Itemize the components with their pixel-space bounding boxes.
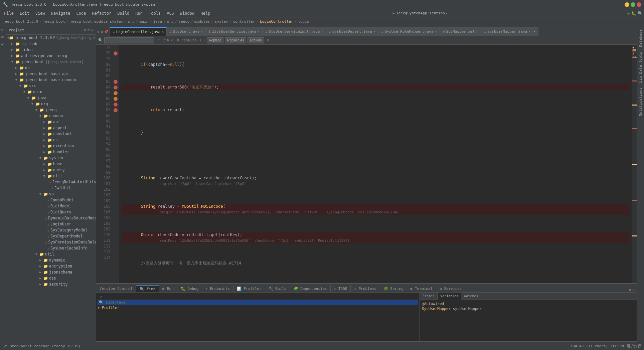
- notifications-tool[interactable]: Notifications: [638, 85, 643, 118]
- tab-logincontroller-close[interactable]: ×: [162, 30, 164, 34]
- tab-version-control[interactable]: Version Control: [96, 285, 136, 292]
- search-everywhere-btn[interactable]: 🔍: [638, 11, 643, 16]
- tree-root[interactable]: ▼ 📁 jeecg-boot-2.3.0 E:\jeecg-boot\jeecg…: [6, 35, 96, 41]
- tree-main[interactable]: ▼ 📁 main: [6, 89, 96, 95]
- exclude-button[interactable]: Exclude: [248, 37, 264, 43]
- tree-util-system[interactable]: ▼ 📁 util: [6, 173, 96, 179]
- tree-oss[interactable]: ▶ 📁 oss: [6, 275, 96, 281]
- search-regex-icon[interactable]: .*: [156, 38, 160, 42]
- structure-icon[interactable]: S: [1, 33, 5, 41]
- tree-src[interactable]: ▼ 📁 src: [6, 83, 96, 89]
- breakpoint-86[interactable]: [112, 90, 119, 96]
- panel-close-icon[interactable]: ×: [632, 288, 635, 292]
- tab-spring[interactable]: 🌿 Spring: [380, 285, 407, 292]
- module-nav-item[interactable]: jeecg-boot: [43, 19, 65, 24]
- tab-endpoints[interactable]: ⚡ Endpoints: [202, 285, 233, 292]
- tree-org[interactable]: ▼ 📁 org: [6, 101, 96, 107]
- menu-code[interactable]: Code: [74, 10, 89, 16]
- tab-pin-icon[interactable]: 📌: [104, 30, 108, 33]
- breakpoint-84[interactable]: [112, 84, 119, 90]
- tree-basecommon[interactable]: ▼ 📁 jeecg-boot-base-common: [6, 77, 96, 83]
- tree-combomodel[interactable]: ▶ ☕ ComboModel: [6, 197, 96, 203]
- breakpoint-83[interactable]: [112, 79, 119, 84]
- tree-loginuser[interactable]: ▶ ☕ LoginUser: [6, 221, 96, 227]
- panel-settings-icon[interactable]: ⚙: [629, 288, 631, 292]
- search-close-icon[interactable]: ×: [171, 38, 173, 42]
- bc-main[interactable]: main: [140, 19, 149, 24]
- database-tool[interactable]: Database: [638, 27, 643, 49]
- tree-security[interactable]: ▶ 📁 security: [6, 281, 96, 287]
- tree-system[interactable]: ▼ 📁 system: [6, 155, 96, 161]
- code-content[interactable]: if(captcha==null){ result.error500("验证码无…: [119, 45, 632, 283]
- tree-dictquery[interactable]: ▶ ☕ DictQuery: [6, 209, 96, 215]
- tab-sysuserrolemapper-close[interactable]: ×: [435, 30, 437, 33]
- tab-sysuserdepart[interactable]: ☕ SysUserDepart.java ×: [326, 27, 378, 36]
- replace-button[interactable]: Replace: [207, 37, 224, 43]
- tree-syscategorymodel[interactable]: ▶ ☕ SysCategoryModel: [6, 227, 96, 233]
- run-dropdown[interactable]: ▾: [446, 11, 448, 15]
- tab-isysuserservice-close[interactable]: ×: [258, 30, 260, 33]
- bc-login[interactable]: login: [298, 19, 309, 24]
- menu-tools[interactable]: Tools: [146, 10, 163, 16]
- search-word-icon[interactable]: W: [167, 38, 170, 42]
- tree-dictmodel[interactable]: ▶ ☕ DictModel: [6, 203, 96, 209]
- menu-edit[interactable]: Edit: [17, 10, 32, 16]
- tab-sysuserdepart-close[interactable]: ×: [373, 30, 375, 33]
- tree-jwtutil[interactable]: ▶ ☕ JwtUtil: [6, 185, 96, 191]
- breakpoint-103[interactable]: [112, 102, 119, 107]
- tree-baseapi[interactable]: ▶ 📁 jeecg-boot-base-api: [6, 71, 96, 77]
- tree-base[interactable]: ▶ 📁 base: [6, 161, 96, 167]
- tree-dynamic[interactable]: ▶ 📁 dynamic: [6, 257, 96, 263]
- find-close-icon[interactable]: ×: [100, 295, 103, 299]
- sidebar-close-icon[interactable]: ×: [91, 28, 93, 32]
- tree-encryption[interactable]: ▶ 📁 encryption: [6, 263, 96, 269]
- tab-services[interactable]: ⚙ Services: [436, 285, 465, 292]
- menu-run[interactable]: Run: [133, 10, 145, 16]
- tree-antdesign[interactable]: ▶ 📁 ant-design-vue-jeecg: [6, 53, 96, 59]
- bc-java[interactable]: java: [153, 19, 162, 24]
- minimize-button[interactable]: [625, 2, 629, 7]
- debug-tab-frames[interactable]: Frames: [420, 293, 438, 300]
- tab-debug[interactable]: 🐛 Debug: [177, 285, 202, 292]
- find-item-1[interactable]: 🔍 Interface: [98, 300, 418, 305]
- debug-btn[interactable]: 🐛: [631, 11, 636, 16]
- tab-build[interactable]: 🔨 Build: [265, 285, 290, 292]
- tab-isysuserservice[interactable]: I ISysUserService.java ×: [206, 27, 263, 36]
- tab-split-icon[interactable]: ⊞: [101, 30, 103, 33]
- breakpoint-78[interactable]: [112, 50, 119, 56]
- sidebar-settings-icon[interactable]: ⚙: [84, 28, 86, 32]
- search-case-icon[interactable]: Cc: [161, 38, 166, 42]
- tab-more-icon[interactable]: ▾: [533, 29, 535, 34]
- tab-problems[interactable]: ⚠ Problems: [351, 285, 380, 292]
- module2-nav-item[interactable]: jeecg-boot-module-system: [70, 19, 123, 24]
- bc-jeecg[interactable]: jeecg: [178, 19, 189, 24]
- tree-github[interactable]: ▶ 📁 .github: [6, 41, 96, 47]
- tree-sysusercacheinfo[interactable]: ▶ ☕ SysUserCacheInfo: [6, 245, 96, 251]
- tree-common[interactable]: ▼ 📁 common: [6, 113, 96, 119]
- tree-sysdepartmodel[interactable]: ▶ ☕ SysDepartModel: [6, 233, 96, 239]
- encoding-indicator[interactable]: LFCSDN: [611, 344, 624, 348]
- tab-find[interactable]: 🔍 Find: [136, 285, 159, 292]
- bc-modules[interactable]: modules: [194, 19, 210, 24]
- menu-vcs[interactable]: VCS: [164, 10, 177, 16]
- tab-sysusermapperjava[interactable]: ☕ SysUserMapper.java × ▾: [481, 27, 538, 36]
- bc-system[interactable]: system: [215, 19, 228, 24]
- tab-dependencies[interactable]: 🧩 Dependencies: [290, 285, 331, 292]
- tree-util-top[interactable]: ▼ 📁 util: [6, 251, 96, 257]
- tree-jeecgboot[interactable]: ▼ 📁 jeecg-boot [jeecg-boot-parent]: [6, 59, 96, 65]
- tab-todo[interactable]: ✓ TODO: [331, 285, 351, 292]
- breakpoint-104[interactable]: [112, 107, 119, 113]
- tree-api[interactable]: ▶ 📁 api: [6, 119, 96, 125]
- tree-vo[interactable]: ▼ 📁 vo: [6, 191, 96, 197]
- tab-sysuser-close[interactable]: ×: [201, 30, 203, 33]
- debug-tab-watches[interactable]: Watches: [461, 293, 481, 300]
- tab-sysuserserviceimpl-close[interactable]: ×: [321, 30, 323, 33]
- project-nav-item[interactable]: jeecg-boot-2.3.0: [3, 19, 38, 24]
- tab-sysuserrolemapper[interactable]: ☕ SysUserRoleMapper.java ×: [378, 27, 440, 36]
- tab-profiler[interactable]: 📊 Profiler: [233, 285, 265, 292]
- menu-help[interactable]: Help: [198, 10, 213, 16]
- bigdata-tool[interactable]: Big Data Tools: [638, 50, 643, 85]
- tree-es[interactable]: ▶ 📁 es: [6, 137, 96, 143]
- tree-handler[interactable]: ▶ 📁 handler: [6, 149, 96, 155]
- menu-build[interactable]: Build: [115, 10, 132, 16]
